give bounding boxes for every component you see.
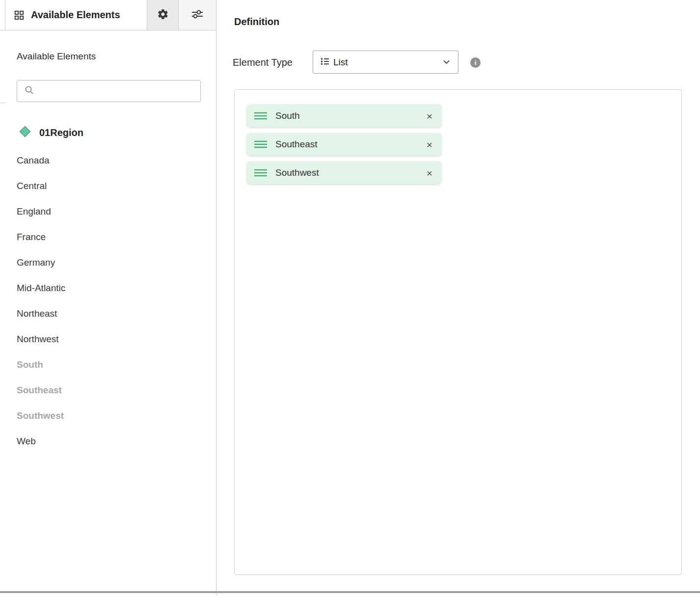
panel-edge-line <box>5 0 5 30</box>
list-item[interactable]: South <box>0 352 216 378</box>
chip-label: Southeast <box>275 139 318 150</box>
dialog-bottom-border <box>0 591 700 593</box>
list-item[interactable]: Northwest <box>0 326 216 352</box>
chevron-down-icon <box>442 57 451 67</box>
element-type-label: Element Type <box>233 51 293 74</box>
list-type-icon <box>320 56 330 68</box>
close-icon[interactable]: × <box>425 138 434 151</box>
selected-elements-area: South × Southeast × <box>234 89 682 575</box>
element-picker-dialog: Available Elements <box>0 0 700 596</box>
panel-title: Available Elements <box>31 9 120 21</box>
list-item[interactable]: Canada <box>0 148 216 173</box>
available-elements-label: Available Elements <box>17 51 96 62</box>
list-item[interactable]: France <box>0 224 216 250</box>
gear-icon <box>157 8 169 22</box>
settings-button[interactable] <box>147 0 178 30</box>
list-item[interactable]: Northeast <box>0 301 216 326</box>
list-item[interactable]: England <box>0 199 216 224</box>
element-type-value: List <box>333 57 348 68</box>
list-item[interactable]: Southwest <box>0 403 216 429</box>
drag-handle-icon[interactable] <box>254 112 268 120</box>
filter-options-button[interactable] <box>178 0 216 30</box>
chip-label: Southwest <box>275 167 319 178</box>
info-icon[interactable]: i <box>470 57 481 68</box>
list-item[interactable]: Web <box>0 429 216 454</box>
search-input[interactable] <box>39 81 200 102</box>
list-item[interactable]: Southeast <box>0 378 216 403</box>
attribute-group-label: 01Region <box>39 127 83 138</box>
search-box <box>17 80 201 102</box>
selected-element-chip[interactable]: Southeast × <box>247 133 441 156</box>
element-list: Canada Central England France Germany Mi… <box>0 148 216 454</box>
panel-edge-tick <box>0 103 5 103</box>
definition-panel: Definition Element Type List i <box>216 0 700 596</box>
drag-handle-icon[interactable] <box>254 169 268 177</box>
chip-label: South <box>275 110 300 121</box>
search-icon <box>24 85 34 97</box>
attribute-group[interactable]: 01Region <box>19 125 83 140</box>
drag-handle-icon[interactable] <box>254 140 268 148</box>
sidebar-header: Available Elements <box>0 0 216 30</box>
page-title: Definition <box>234 16 279 27</box>
element-type-dropdown[interactable]: List <box>313 51 458 74</box>
list-item[interactable]: Mid-Atlantic <box>0 275 216 301</box>
close-icon[interactable]: × <box>425 110 434 122</box>
list-item[interactable]: Germany <box>0 250 216 275</box>
grid-icon <box>14 10 25 21</box>
sliders-icon <box>190 8 204 22</box>
selected-element-chip[interactable]: South × <box>247 105 441 127</box>
available-elements-panel: Available Elements <box>0 0 216 596</box>
selected-element-chip[interactable]: Southwest × <box>247 162 441 184</box>
list-item[interactable]: Central <box>0 173 216 199</box>
close-icon[interactable]: × <box>425 167 434 179</box>
diamond-icon <box>19 125 31 140</box>
